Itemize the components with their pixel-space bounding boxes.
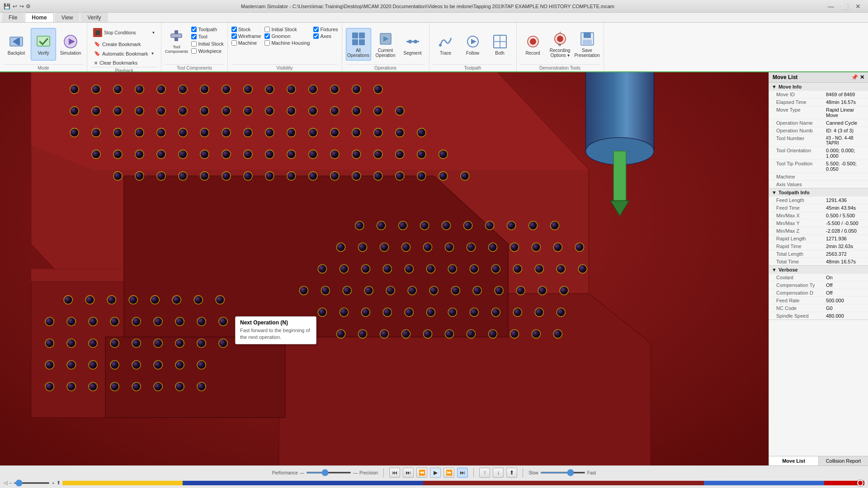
viewport[interactable]: Next Operation (N) Fast forward to the b… — [0, 72, 769, 465]
fast-forward-btn[interactable]: ⏩ — [443, 468, 454, 478]
svg-point-52 — [287, 85, 296, 94]
label-comp-dir: Compensation D — [776, 290, 826, 296]
play-btn[interactable]: ▶ — [430, 468, 441, 478]
check-axes[interactable]: Axes — [313, 33, 338, 39]
axes-checkbox[interactable] — [313, 33, 319, 39]
simulation-btn[interactable]: Simulation — [58, 28, 83, 61]
stock-checkbox[interactable] — [231, 27, 237, 32]
timeline-minus-icon[interactable]: − — [9, 480, 12, 486]
value-feed-time: 45min 43.94s — [826, 205, 865, 211]
tab-home[interactable]: Home — [25, 13, 53, 22]
quick-settings-btn[interactable]: ⚙ — [26, 3, 31, 10]
rewind-to-start-btn[interactable]: ⏮ — [389, 468, 400, 478]
timeline-start-icon[interactable]: ◁ — [4, 480, 7, 486]
move-info-header[interactable]: ▼ Move Info — [769, 83, 868, 91]
verify-icon — [35, 33, 52, 50]
maximize-btn[interactable]: ⬜ — [838, 2, 851, 11]
check-fixtures[interactable]: Fixtures — [313, 26, 338, 33]
tab-verify[interactable]: Verify — [80, 13, 108, 22]
check-initial-stock2[interactable]: Initial Stock — [264, 26, 310, 33]
both-btn[interactable]: Both — [487, 28, 513, 61]
value-tool-orientation: 0.000; 0.000; 1.000 — [826, 148, 865, 159]
tool-checkbox[interactable] — [191, 34, 197, 39]
check-machine-housing[interactable]: Machine Housing — [264, 40, 310, 46]
quick-save-btn[interactable]: 💾 — [4, 3, 10, 10]
svg-point-17 — [414, 40, 417, 43]
create-bookmark-btn[interactable]: 🔖 Create Bookmark — [91, 40, 157, 48]
toolpath-checkbox[interactable] — [191, 27, 197, 32]
prev-operation-btn[interactable]: ⏭ — [403, 468, 414, 478]
wireframe-checkbox[interactable] — [231, 33, 237, 39]
all-operations-btn[interactable]: AllOperations — [346, 28, 371, 61]
timeline-left-slider[interactable] — [14, 482, 50, 484]
tool-components-btn[interactable]: Tool Components — [165, 24, 188, 57]
svg-point-49 — [222, 85, 231, 94]
check-workpiece[interactable]: Workpiece — [191, 48, 223, 54]
close-btn[interactable]: ✕ — [852, 2, 864, 11]
fixtures-checkbox[interactable] — [313, 27, 319, 32]
current-operation-btn[interactable]: CurrentOperation — [373, 28, 398, 61]
value-operation-number: ID: 4 (3 of 3) — [826, 128, 865, 133]
check-machine[interactable]: Machine — [231, 40, 261, 46]
check-initial-stock[interactable]: Initial Stock — [191, 41, 223, 47]
save-presentation-btn[interactable]: SavePresentation — [575, 28, 600, 61]
current-op-label: CurrentOperation — [376, 48, 396, 58]
panel-pin-icon[interactable]: 📌 — [851, 74, 858, 80]
clear-bookmarks-btn[interactable]: ✖ Clear Bookmarks — [91, 59, 157, 67]
ribbon: Backplot Verify Simulation Mode ⬛ Stop C… — [0, 23, 868, 72]
svg-point-228 — [197, 361, 206, 369]
timeline-track[interactable] — [62, 481, 864, 485]
check-wireframe[interactable]: Wireframe — [231, 33, 261, 39]
auto-bookmark-btn[interactable]: 🔖 Automatic Bookmark ▼ — [91, 49, 157, 58]
step-down-btn[interactable]: ↓ — [493, 468, 504, 478]
quick-redo-btn[interactable]: ↪ — [19, 3, 24, 10]
gnomon-checkbox[interactable] — [264, 33, 270, 39]
window-controls[interactable]: — ⬜ ✕ — [825, 2, 864, 11]
svg-point-71 — [374, 107, 382, 115]
up-btn[interactable]: ⬆ — [506, 468, 517, 478]
verify-btn[interactable]: Verify — [31, 28, 56, 61]
ribbon-group-playback: ⬛ Stop Conditions ▼ 🔖 Create Bookmark 🔖 … — [87, 23, 161, 71]
toolpath-info-section: ▼ Toolpath Info Feed Length 1291.436 Fee… — [769, 188, 868, 266]
step-up-btn[interactable]: ↑ — [479, 468, 490, 478]
segment-btn[interactable]: Segment — [400, 28, 425, 61]
tab-file[interactable]: File — [2, 13, 24, 22]
label-tool-tip-position: Tool Tip Position — [776, 161, 826, 172]
rewind-btn[interactable]: ⏪ — [416, 468, 427, 478]
svg-point-137 — [401, 243, 410, 251]
speed-slider[interactable] — [540, 472, 585, 474]
value-feed-length: 1291.436 — [826, 197, 865, 203]
check-stock[interactable]: Stock — [231, 26, 261, 33]
timeline-zoom-icon[interactable]: ⬆ — [57, 480, 61, 486]
backplot-btn[interactable]: Backplot — [4, 28, 29, 61]
initial-stock-checkbox[interactable] — [191, 41, 197, 47]
machine-checkbox[interactable] — [231, 40, 237, 46]
panel-close-icon[interactable]: ✕ — [860, 74, 864, 80]
svg-point-146 — [318, 264, 326, 273]
check-tool[interactable]: Tool — [191, 33, 223, 40]
minimize-btn[interactable]: — — [825, 2, 837, 11]
workpiece-checkbox[interactable] — [191, 48, 197, 54]
machine-housing-checkbox[interactable] — [264, 40, 270, 46]
verbose-header[interactable]: ▼ Verbose — [769, 266, 868, 274]
timeline-thumb[interactable] — [857, 480, 863, 486]
performance-slider[interactable] — [306, 472, 351, 474]
follow-btn[interactable]: Follow — [460, 28, 486, 61]
record-btn[interactable]: Record — [520, 28, 546, 61]
timeline-plus-icon[interactable]: + — [52, 480, 54, 486]
initial-stock2-checkbox[interactable] — [264, 27, 270, 32]
trace-btn[interactable]: Trace — [433, 28, 458, 61]
label-move-type: Move Type — [776, 107, 826, 118]
toolpath-info-header[interactable]: ▼ Toolpath Info — [769, 188, 868, 197]
quick-undo-btn[interactable]: ↩ — [12, 3, 17, 10]
next-operation-btn[interactable]: ⏭ — [457, 468, 468, 478]
value-axis-values — [826, 182, 865, 187]
check-gnomon[interactable]: Gnomon — [264, 33, 310, 39]
tab-view[interactable]: View — [55, 13, 80, 22]
check-toolpath[interactable]: Toolpath — [191, 26, 223, 33]
recording-options-btn[interactable]: ⚙ RecordingOptions ▾ — [547, 28, 573, 61]
tab-collision-report[interactable]: Collision Report — [819, 456, 868, 465]
svg-point-177 — [426, 308, 435, 316]
tab-move-list[interactable]: Move List — [769, 456, 819, 465]
stop-conditions-btn[interactable]: ⬛ Stop Conditions ▼ — [91, 26, 157, 39]
